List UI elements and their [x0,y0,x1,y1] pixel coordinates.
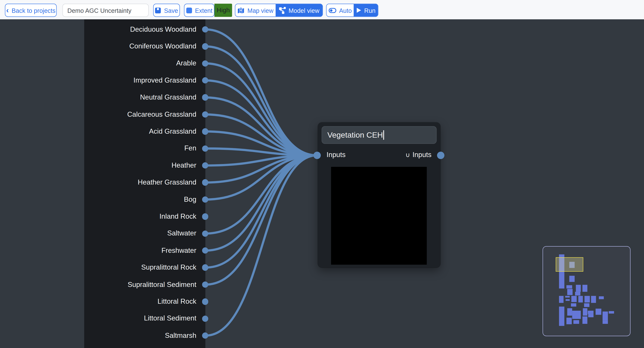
union-inputs-text: Inputs [412,151,432,158]
minimap-node-rect [559,306,564,326]
model-editor: ‹ Back to projects Save Extent High [0,0,644,348]
source-output-label: Saltwater [84,229,205,238]
output-port[interactable] [202,196,208,203]
source-output-label: Littoral Sediment [84,314,205,323]
high-label: High [217,7,230,14]
minimap-node-rect [582,285,588,292]
union-symbol: ∪ [406,151,410,158]
output-port[interactable] [202,179,208,186]
connection-edge [205,114,317,155]
save-icon [155,7,161,14]
minimap-node-rect [570,276,575,282]
source-output-label: Bog [84,195,205,204]
output-port[interactable] [202,43,208,50]
output-port[interactable] [202,145,208,152]
output-port[interactable] [202,298,208,305]
minimap-node-rect [571,303,576,306]
minimap-node-rect [566,296,570,297]
save-label: Save [164,7,178,14]
vegetation-ceh-node[interactable]: Vegetation CEH Inputs ∪Inputs [318,123,440,267]
connection-edge [205,155,317,335]
output-port[interactable] [202,247,208,254]
connection-edge [205,155,317,250]
node-io-row: Inputs ∪Inputs [326,150,432,160]
output-port[interactable] [202,230,208,237]
toolbar: ‹ Back to projects Save Extent High [0,0,644,19]
source-output-label: Deciduous Woodland [84,25,205,34]
connection-edge [205,155,317,199]
extent-label: Extent [195,7,212,14]
map-view-button[interactable]: Map view [235,4,276,17]
inputs-label: Inputs [326,151,346,159]
back-to-projects-button[interactable]: ‹ Back to projects [5,4,57,17]
source-output-label: Calcareous Grassland [84,110,205,119]
minimap[interactable] [543,246,630,336]
connection-edge [205,155,317,182]
output-port[interactable] [202,332,208,339]
node-preview-image[interactable] [331,167,426,265]
source-output-label: Heather [84,161,205,170]
text-cursor [383,130,384,140]
minimap-node-rect [566,299,570,301]
run-button[interactable]: Run [354,4,378,17]
source-output-label: Improved Grassland [84,76,205,85]
source-output-label: Acid Grassland [84,127,205,136]
chevron-left-icon: ‹ [6,6,9,14]
output-port[interactable] [202,60,208,67]
connection-edge [205,46,317,155]
node-title-text: Vegetation CEH [327,130,383,140]
source-output-label: Fen [84,144,205,153]
connection-edge [205,149,317,155]
minimap-node-rect [584,296,590,302]
output-port[interactable] [202,281,208,288]
play-icon [356,7,361,13]
extent-button[interactable]: Extent [184,4,214,17]
auto-toggle-button[interactable]: Auto [326,4,354,17]
minimap-node-rect [567,289,572,295]
resolution-high-badge[interactable]: High [214,4,232,17]
save-button[interactable]: Save [153,4,180,17]
output-port[interactable] [202,128,208,135]
project-name-input[interactable] [62,4,149,17]
source-output-label: Littoral Rock [84,297,205,306]
minimap-node-rect [559,299,564,303]
minimap-node-rect [573,320,579,324]
source-output-label: Saltmarsh [84,331,205,340]
map-icon [238,7,244,14]
land-cover-source-node[interactable]: Deciduous WoodlandConiferous WoodlandAra… [84,19,205,348]
model-view-button[interactable]: Model view [276,4,322,17]
source-output-label: Neutral Grassland [84,93,205,102]
model-diagram-icon [279,7,286,14]
minimap-selected-node-rect [570,262,575,268]
back-button-label: Back to projects [12,7,56,14]
output-port[interactable] [202,77,208,84]
minimap-node-rect [567,308,572,315]
connection-edge [205,155,317,234]
source-output-label: Supralittoral Rock [84,263,205,272]
node-title-input[interactable]: Vegetation CEH [322,126,436,144]
output-port[interactable] [202,264,208,271]
connection-edge [205,155,317,285]
output-port[interactable] [202,213,208,220]
minimap-node-rect [572,296,576,302]
output-port[interactable] [202,315,208,322]
connection-edge [205,81,317,155]
source-output-label: Freshwater [84,246,205,255]
output-port[interactable] [202,162,208,169]
minimap-node-rect [584,303,590,307]
output-port[interactable] [202,111,208,118]
output-port[interactable] [202,26,208,33]
minimap-node-rect [609,311,614,314]
model-view-label: Model view [288,7,319,14]
union-inputs-label: ∪Inputs [406,151,432,159]
minimap-node-rect [559,296,564,299]
minimap-node-rect [578,296,583,302]
node-output-port[interactable] [437,152,444,159]
minimap-node-rect [566,318,572,324]
node-input-port[interactable] [313,152,321,159]
minimap-node-rect [602,317,608,321]
map-view-label: Map view [248,7,274,14]
source-output-label: Coniferous Woodland [84,42,205,51]
minimap-node-rect [572,311,580,319]
output-port[interactable] [202,94,208,101]
